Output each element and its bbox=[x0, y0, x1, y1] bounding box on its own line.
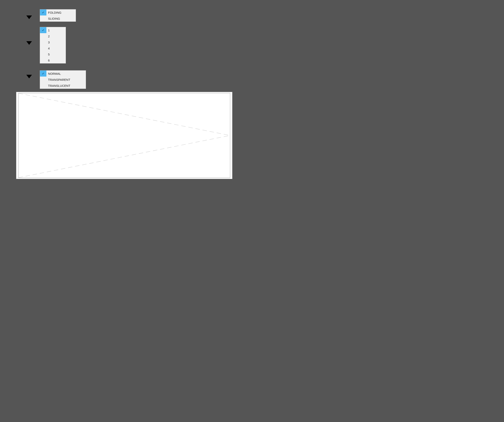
menu-item-translucent[interactable]: ✓ TRANSLUCENT bbox=[40, 83, 86, 89]
checkmark-icon: ✓ bbox=[40, 9, 46, 15]
menu-item-label: 2 bbox=[46, 35, 53, 38]
glass-type-menu: ✓ NORMAL ✓ TRANSPARENT ✓ TRANSLUCENT bbox=[40, 70, 86, 89]
glass-type-dropdown-trigger[interactable] bbox=[26, 75, 32, 78]
menu-item-label: 4 bbox=[46, 47, 53, 50]
menu-item-label: 6 bbox=[46, 59, 53, 62]
checkmark-icon: ✓ bbox=[40, 15, 46, 22]
door-type-dropdown-trigger[interactable] bbox=[26, 15, 32, 19]
door-preview-svg bbox=[18, 93, 230, 178]
panel-count-dropdown-trigger[interactable] bbox=[26, 41, 32, 45]
menu-item-sliding[interactable]: ✓ SLIDING bbox=[40, 15, 76, 22]
menu-item-label: 5 bbox=[46, 53, 53, 56]
door-type-menu: ✓ FOLDING ✓ SLIDING bbox=[40, 9, 76, 22]
swing-line-top bbox=[18, 93, 230, 135]
menu-item-folding[interactable]: ✓ FOLDING bbox=[40, 9, 76, 15]
menu-item-label: SLIDING bbox=[46, 17, 63, 20]
checkmark-icon: ✓ bbox=[40, 39, 46, 45]
checkmark-icon: ✓ bbox=[40, 77, 46, 83]
checkmark-icon: ✓ bbox=[40, 51, 46, 57]
menu-item-4[interactable]: ✓ 4 bbox=[40, 45, 66, 51]
checkmark-icon: ✓ bbox=[40, 27, 46, 33]
checkmark-icon: ✓ bbox=[40, 33, 46, 39]
checkmark-icon: ✓ bbox=[40, 57, 46, 63]
menu-item-label: 3 bbox=[46, 41, 53, 44]
menu-item-3[interactable]: ✓ 3 bbox=[40, 39, 66, 45]
menu-item-label: TRANSPARENT bbox=[46, 78, 73, 81]
preview-inner bbox=[18, 93, 230, 178]
menu-item-label: NORMAL bbox=[46, 72, 64, 75]
menu-item-normal[interactable]: ✓ NORMAL bbox=[40, 71, 86, 77]
menu-item-label: 1 bbox=[46, 29, 53, 32]
menu-item-label: FOLDING bbox=[46, 11, 65, 14]
menu-item-2[interactable]: ✓ 2 bbox=[40, 33, 66, 39]
panel-count-menu: ✓ 1 ✓ 2 ✓ 3 ✓ 4 ✓ 5 ✓ 6 bbox=[40, 27, 66, 64]
menu-item-label: TRANSLUCENT bbox=[46, 84, 73, 87]
menu-item-5[interactable]: ✓ 5 bbox=[40, 51, 66, 57]
preview-panel bbox=[16, 92, 232, 179]
checkmark-icon: ✓ bbox=[40, 71, 46, 77]
menu-item-1[interactable]: ✓ 1 bbox=[40, 27, 66, 33]
checkmark-icon: ✓ bbox=[40, 45, 46, 51]
menu-item-6[interactable]: ✓ 6 bbox=[40, 57, 66, 63]
checkmark-icon: ✓ bbox=[40, 83, 46, 89]
menu-item-transparent[interactable]: ✓ TRANSPARENT bbox=[40, 77, 86, 83]
swing-line-bottom bbox=[18, 135, 230, 178]
